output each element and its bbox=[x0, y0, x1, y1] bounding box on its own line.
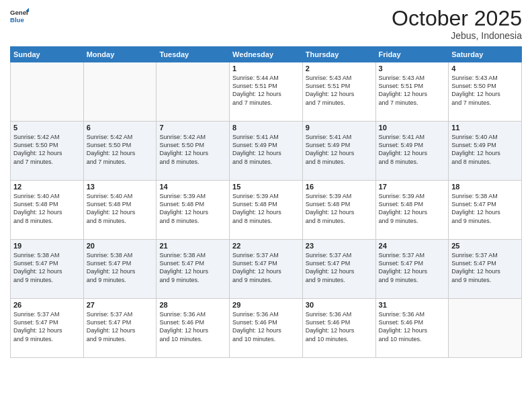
day-number: 27 bbox=[87, 301, 154, 309]
day-number: 20 bbox=[87, 242, 154, 250]
day-number: 22 bbox=[232, 242, 300, 250]
day-info: Sunrise: 5:38 AM Sunset: 5:47 PM Dayligh… bbox=[159, 251, 226, 284]
location: Jebus, Indonesia bbox=[392, 30, 522, 41]
calendar-week-row: 12Sunrise: 5:40 AM Sunset: 5:48 PM Dayli… bbox=[11, 181, 522, 240]
day-of-week-header: Wednesday bbox=[230, 47, 303, 62]
calendar-day-cell bbox=[157, 62, 230, 122]
day-of-week-header: Friday bbox=[375, 47, 449, 62]
day-of-week-header: Thursday bbox=[302, 47, 375, 62]
day-number: 8 bbox=[232, 124, 300, 132]
calendar-header-row: SundayMondayTuesdayWednesdayThursdayFrid… bbox=[11, 47, 522, 62]
day-number: 14 bbox=[159, 183, 226, 191]
day-info: Sunrise: 5:36 AM Sunset: 5:46 PM Dayligh… bbox=[232, 310, 300, 343]
day-info: Sunrise: 5:37 AM Sunset: 5:47 PM Dayligh… bbox=[232, 251, 300, 284]
calendar-day-cell: 2Sunrise: 5:43 AM Sunset: 5:51 PM Daylig… bbox=[302, 62, 375, 122]
day-number: 21 bbox=[159, 242, 226, 250]
day-number: 29 bbox=[232, 301, 300, 309]
calendar-day-cell bbox=[83, 62, 157, 122]
day-info: Sunrise: 5:36 AM Sunset: 5:46 PM Dayligh… bbox=[379, 310, 446, 343]
calendar-day-cell: 3Sunrise: 5:43 AM Sunset: 5:51 PM Daylig… bbox=[375, 62, 449, 122]
calendar-day-cell: 9Sunrise: 5:41 AM Sunset: 5:49 PM Daylig… bbox=[302, 122, 375, 181]
calendar-day-cell: 21Sunrise: 5:38 AM Sunset: 5:47 PM Dayli… bbox=[157, 240, 230, 299]
day-number: 1 bbox=[232, 64, 300, 73]
calendar-day-cell: 25Sunrise: 5:37 AM Sunset: 5:47 PM Dayli… bbox=[449, 240, 522, 299]
day-number: 24 bbox=[379, 242, 446, 250]
day-info: Sunrise: 5:37 AM Sunset: 5:47 PM Dayligh… bbox=[13, 310, 81, 343]
day-number: 9 bbox=[306, 124, 373, 132]
day-info: Sunrise: 5:36 AM Sunset: 5:46 PM Dayligh… bbox=[306, 310, 373, 343]
day-number: 11 bbox=[451, 124, 519, 132]
day-number: 3 bbox=[379, 64, 446, 73]
calendar-page: General Blue October 2025 Jebus, Indones… bbox=[0, 0, 532, 411]
svg-text:Blue: Blue bbox=[10, 16, 24, 24]
day-number: 2 bbox=[306, 64, 373, 73]
day-info: Sunrise: 5:39 AM Sunset: 5:48 PM Dayligh… bbox=[159, 192, 226, 225]
day-number: 26 bbox=[13, 301, 81, 309]
calendar-day-cell: 27Sunrise: 5:37 AM Sunset: 5:47 PM Dayli… bbox=[83, 299, 157, 358]
calendar-day-cell: 17Sunrise: 5:39 AM Sunset: 5:48 PM Dayli… bbox=[375, 181, 449, 240]
calendar-day-cell: 11Sunrise: 5:40 AM Sunset: 5:49 PM Dayli… bbox=[449, 122, 522, 181]
calendar-day-cell: 14Sunrise: 5:39 AM Sunset: 5:48 PM Dayli… bbox=[157, 181, 230, 240]
calendar-day-cell: 1Sunrise: 5:44 AM Sunset: 5:51 PM Daylig… bbox=[230, 62, 303, 122]
day-number: 6 bbox=[87, 124, 154, 132]
day-info: Sunrise: 5:43 AM Sunset: 5:51 PM Dayligh… bbox=[306, 74, 373, 107]
calendar-day-cell: 20Sunrise: 5:38 AM Sunset: 5:47 PM Dayli… bbox=[83, 240, 157, 299]
calendar-table: SundayMondayTuesdayWednesdayThursdayFrid… bbox=[10, 46, 522, 358]
day-info: Sunrise: 5:42 AM Sunset: 5:50 PM Dayligh… bbox=[87, 133, 154, 166]
day-number: 25 bbox=[451, 242, 519, 250]
day-info: Sunrise: 5:43 AM Sunset: 5:51 PM Dayligh… bbox=[379, 74, 446, 107]
calendar-week-row: 5Sunrise: 5:42 AM Sunset: 5:50 PM Daylig… bbox=[11, 122, 522, 181]
calendar-day-cell: 16Sunrise: 5:39 AM Sunset: 5:48 PM Dayli… bbox=[302, 181, 375, 240]
calendar-day-cell bbox=[449, 299, 522, 358]
day-number: 28 bbox=[159, 301, 226, 309]
calendar-week-row: 19Sunrise: 5:38 AM Sunset: 5:47 PM Dayli… bbox=[11, 240, 522, 299]
calendar-day-cell: 10Sunrise: 5:41 AM Sunset: 5:49 PM Dayli… bbox=[375, 122, 449, 181]
day-of-week-header: Monday bbox=[83, 47, 157, 62]
day-of-week-header: Saturday bbox=[449, 47, 522, 62]
day-info: Sunrise: 5:37 AM Sunset: 5:47 PM Dayligh… bbox=[379, 251, 446, 284]
day-number: 10 bbox=[379, 124, 446, 132]
svg-text:General: General bbox=[10, 9, 29, 16]
calendar-week-row: 26Sunrise: 5:37 AM Sunset: 5:47 PM Dayli… bbox=[11, 299, 522, 358]
day-info: Sunrise: 5:38 AM Sunset: 5:47 PM Dayligh… bbox=[87, 251, 154, 284]
calendar-day-cell: 22Sunrise: 5:37 AM Sunset: 5:47 PM Dayli… bbox=[230, 240, 303, 299]
day-info: Sunrise: 5:44 AM Sunset: 5:51 PM Dayligh… bbox=[232, 74, 300, 107]
calendar-day-cell bbox=[11, 62, 84, 122]
day-number: 13 bbox=[87, 183, 154, 191]
day-info: Sunrise: 5:39 AM Sunset: 5:48 PM Dayligh… bbox=[232, 192, 300, 225]
day-number: 23 bbox=[306, 242, 373, 250]
day-number: 5 bbox=[13, 124, 81, 132]
calendar-week-row: 1Sunrise: 5:44 AM Sunset: 5:51 PM Daylig… bbox=[11, 62, 522, 122]
day-number: 17 bbox=[379, 183, 446, 191]
logo: General Blue bbox=[10, 7, 29, 26]
calendar-day-cell: 12Sunrise: 5:40 AM Sunset: 5:48 PM Dayli… bbox=[11, 181, 84, 240]
day-info: Sunrise: 5:40 AM Sunset: 5:48 PM Dayligh… bbox=[87, 192, 154, 225]
calendar-day-cell: 13Sunrise: 5:40 AM Sunset: 5:48 PM Dayli… bbox=[83, 181, 157, 240]
month-title: October 2025 bbox=[392, 7, 522, 30]
calendar-day-cell: 19Sunrise: 5:38 AM Sunset: 5:47 PM Dayli… bbox=[11, 240, 84, 299]
day-info: Sunrise: 5:41 AM Sunset: 5:49 PM Dayligh… bbox=[306, 133, 373, 166]
day-info: Sunrise: 5:39 AM Sunset: 5:48 PM Dayligh… bbox=[379, 192, 446, 225]
logo-icon: General Blue bbox=[10, 7, 29, 26]
header: General Blue October 2025 Jebus, Indones… bbox=[10, 7, 522, 41]
day-info: Sunrise: 5:41 AM Sunset: 5:49 PM Dayligh… bbox=[232, 133, 300, 166]
day-info: Sunrise: 5:40 AM Sunset: 5:49 PM Dayligh… bbox=[451, 133, 519, 166]
day-info: Sunrise: 5:37 AM Sunset: 5:47 PM Dayligh… bbox=[451, 251, 519, 284]
calendar-day-cell: 8Sunrise: 5:41 AM Sunset: 5:49 PM Daylig… bbox=[230, 122, 303, 181]
day-number: 18 bbox=[451, 183, 519, 191]
day-info: Sunrise: 5:42 AM Sunset: 5:50 PM Dayligh… bbox=[159, 133, 226, 166]
day-info: Sunrise: 5:42 AM Sunset: 5:50 PM Dayligh… bbox=[13, 133, 81, 166]
day-info: Sunrise: 5:41 AM Sunset: 5:49 PM Dayligh… bbox=[379, 133, 446, 166]
day-number: 16 bbox=[306, 183, 373, 191]
day-info: Sunrise: 5:36 AM Sunset: 5:46 PM Dayligh… bbox=[159, 310, 226, 343]
calendar-day-cell: 5Sunrise: 5:42 AM Sunset: 5:50 PM Daylig… bbox=[11, 122, 84, 181]
calendar-day-cell: 6Sunrise: 5:42 AM Sunset: 5:50 PM Daylig… bbox=[83, 122, 157, 181]
day-number: 19 bbox=[13, 242, 81, 250]
day-number: 4 bbox=[451, 64, 519, 73]
day-of-week-header: Sunday bbox=[11, 47, 84, 62]
day-number: 31 bbox=[379, 301, 446, 309]
day-info: Sunrise: 5:37 AM Sunset: 5:47 PM Dayligh… bbox=[306, 251, 373, 284]
day-of-week-header: Tuesday bbox=[157, 47, 230, 62]
day-info: Sunrise: 5:43 AM Sunset: 5:50 PM Dayligh… bbox=[451, 74, 519, 107]
calendar-day-cell: 18Sunrise: 5:38 AM Sunset: 5:47 PM Dayli… bbox=[449, 181, 522, 240]
